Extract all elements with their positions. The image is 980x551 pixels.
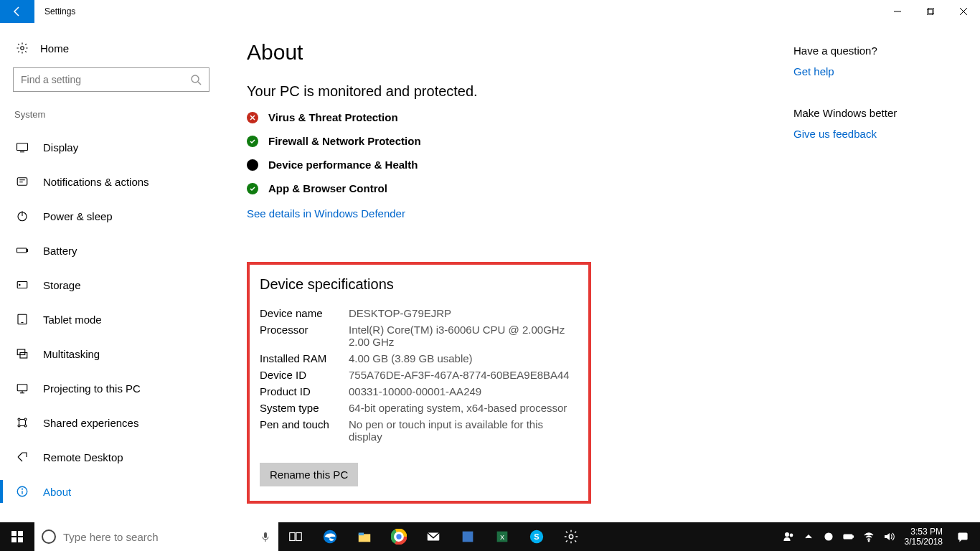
protection-list: Virus & Threat Protection Firewall & Net… <box>247 111 765 194</box>
close-button[interactable] <box>947 0 980 23</box>
chrome-icon[interactable] <box>382 522 416 551</box>
protection-label: Virus & Threat Protection <box>268 111 398 123</box>
tray-date: 3/15/2018 <box>905 537 943 547</box>
rr-better-head: Make Windows better <box>793 107 966 119</box>
svg-point-28 <box>22 489 23 489</box>
search-input[interactable] <box>13 67 209 92</box>
battery-icon <box>16 244 29 257</box>
people-icon[interactable] <box>778 522 798 551</box>
mic-icon[interactable] <box>260 531 271 542</box>
sidebar-item-multitasking[interactable]: Multitasking <box>0 336 222 371</box>
explorer-icon[interactable] <box>347 522 382 551</box>
spec-ram: Installed RAM 4.00 GB (3.89 GB usable) <box>260 352 578 364</box>
protection-heading: Your PC is monitored and protected. <box>247 83 765 100</box>
storage-icon <box>16 278 29 291</box>
feedback-link[interactable]: Give us feedback <box>793 128 877 140</box>
projecting-icon <box>16 382 29 395</box>
sidebar-item-display[interactable]: Display <box>0 130 222 164</box>
main-content: About Your PC is monitored and protected… <box>222 23 793 522</box>
svg-point-22 <box>18 418 20 420</box>
sidebar-item-projecting[interactable]: Projecting to this PC <box>0 371 222 405</box>
protection-item: Virus & Threat Protection <box>247 111 765 123</box>
status-icon-neutral <box>247 159 258 171</box>
svg-point-24 <box>18 425 20 427</box>
svg-point-5 <box>21 47 24 50</box>
svg-rect-21 <box>17 385 27 391</box>
sidebar-item-label: Projecting to this PC <box>43 382 141 395</box>
rename-pc-button[interactable]: Rename this PC <box>260 463 358 486</box>
tablet-icon <box>16 313 29 326</box>
svg-rect-10 <box>17 178 27 186</box>
info-icon <box>16 485 29 498</box>
svg-rect-47 <box>463 532 473 542</box>
defender-link[interactable]: See details in Windows Defender <box>247 207 405 220</box>
svg-rect-40 <box>359 533 364 536</box>
window-controls <box>881 0 980 23</box>
svg-rect-1 <box>927 9 933 15</box>
tray-volume-icon[interactable] <box>879 522 899 551</box>
protection-item: Device performance & Health <box>247 159 765 171</box>
multitasking-icon <box>16 347 29 360</box>
svg-rect-8 <box>17 143 28 151</box>
minimize-button[interactable] <box>881 0 914 23</box>
maximize-button[interactable] <box>914 0 947 23</box>
svg-rect-13 <box>17 248 27 253</box>
app-icon-1[interactable] <box>451 522 485 551</box>
status-icon-good <box>247 136 258 147</box>
svg-point-53 <box>785 533 788 537</box>
tray-battery-icon[interactable] <box>839 522 859 551</box>
cortana-icon <box>42 529 56 544</box>
svg-rect-36 <box>290 533 295 541</box>
system-tray: 3:53 PM 3/15/2018 <box>778 522 980 551</box>
tray-chevron-up-icon[interactable] <box>798 522 819 551</box>
sidebar-item-remote[interactable]: Remote Desktop <box>0 440 222 474</box>
search-field[interactable] <box>21 74 190 85</box>
spec-product-id: Product ID 00331-10000-00001-AA249 <box>260 385 578 397</box>
tray-clock[interactable]: 3:53 PM 3/15/2018 <box>899 527 948 547</box>
sidebar-item-home[interactable]: Home <box>0 33 222 67</box>
sidebar-item-about[interactable]: About <box>0 474 222 509</box>
back-button[interactable] <box>0 0 34 23</box>
mail-icon[interactable] <box>416 522 451 551</box>
taskbar-search-input[interactable] <box>63 531 260 543</box>
svg-point-56 <box>827 536 829 538</box>
sidebar-item-power[interactable]: Power & sleep <box>0 199 222 233</box>
protection-item: Firewall & Network Protection <box>247 135 765 147</box>
sidebar-item-battery[interactable]: Battery <box>0 233 222 268</box>
action-center-icon[interactable] <box>948 531 977 542</box>
sidebar-item-label: Storage <box>43 279 81 291</box>
svg-rect-35 <box>264 532 267 538</box>
tray-location-icon[interactable] <box>819 522 839 551</box>
settings-taskbar-icon[interactable] <box>554 522 588 551</box>
sidebar-item-label: Display <box>43 141 78 154</box>
svg-rect-33 <box>11 537 17 542</box>
device-specifications: Device specifications Device name DESKTO… <box>247 262 591 504</box>
search-icon <box>190 74 202 85</box>
start-button[interactable] <box>0 522 34 551</box>
sidebar-item-label: Notifications & actions <box>43 176 149 188</box>
remote-icon <box>16 451 29 463</box>
svg-rect-20 <box>20 353 27 359</box>
tray-wifi-icon[interactable] <box>859 522 879 551</box>
spec-device-id: Device ID 755A76DE-AF3F-467A-8774-60BEA9… <box>260 369 578 381</box>
tray-time: 3:53 PM <box>905 527 943 537</box>
sidebar-item-shared[interactable]: Shared experiences <box>0 405 222 440</box>
svg-point-16 <box>19 284 21 286</box>
sidebar-item-tablet[interactable]: Tablet mode <box>0 302 222 336</box>
edge-icon[interactable] <box>313 522 347 551</box>
excel-icon[interactable]: X <box>485 522 519 551</box>
task-view-icon[interactable] <box>278 522 313 551</box>
sidebar-item-storage[interactable]: Storage <box>0 268 222 302</box>
svg-marker-60 <box>885 533 890 540</box>
gear-icon <box>16 42 29 55</box>
taskbar-search[interactable] <box>34 522 278 551</box>
sidebar-item-label: About <box>43 486 71 498</box>
svg-text:S: S <box>534 532 539 541</box>
sidebar-item-label: Shared experiences <box>43 417 138 429</box>
sidebar-item-notifications[interactable]: Notifications & actions <box>0 164 222 199</box>
protection-label: App & Browser Control <box>268 182 387 194</box>
svg-rect-37 <box>296 533 301 541</box>
taskbar-apps: X S <box>278 522 588 551</box>
skype-icon[interactable]: S <box>519 522 554 551</box>
get-help-link[interactable]: Get help <box>793 65 834 77</box>
